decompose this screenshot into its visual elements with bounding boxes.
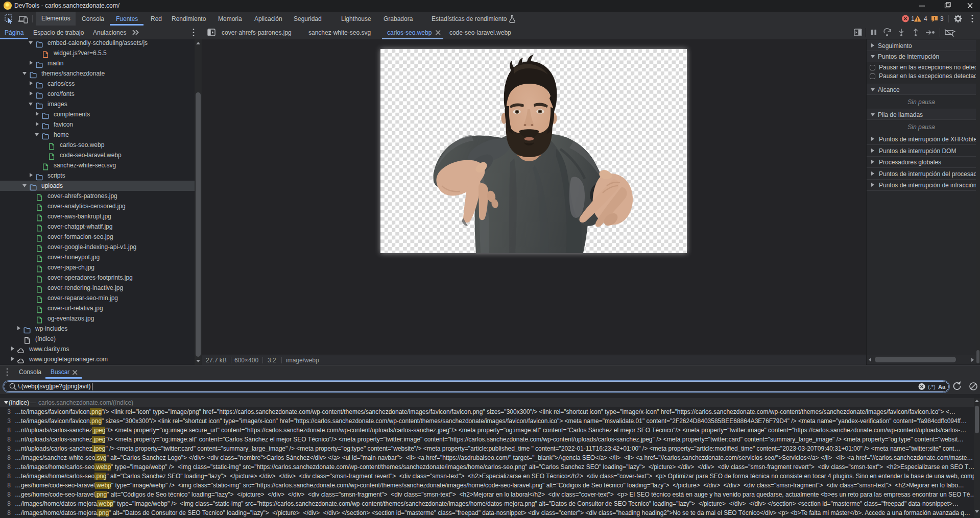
svg-text:1: 1	[911, 15, 915, 22]
svg-text:(.*): (.*)	[928, 384, 936, 390]
svg-text:4: 4	[924, 15, 927, 22]
svg-text:Aa: Aa	[938, 384, 946, 390]
svg-text:3: 3	[940, 15, 944, 22]
